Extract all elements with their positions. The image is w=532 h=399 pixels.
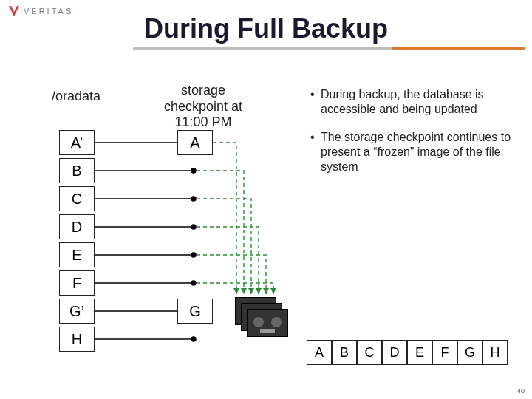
oradata-block: F [59, 270, 95, 296]
checkpoint-block-G: G [177, 299, 213, 324]
tape-icon [247, 309, 288, 337]
title-underline [133, 47, 525, 50]
sequence-cell: D [382, 340, 407, 365]
checkpoint-label: storage checkpoint at 11:00 PM [151, 83, 255, 131]
checkpoint-block-A: A [177, 130, 213, 155]
svg-point-13 [191, 337, 196, 341]
oradata-block: B [59, 158, 95, 183]
oradata-label: /oradata [52, 89, 100, 104]
sequence-cell: E [407, 340, 432, 365]
svg-marker-17 [256, 288, 262, 294]
slide-title: During Full Backup [0, 13, 532, 44]
bullet-list: During backup, the database is accessibl… [310, 87, 525, 188]
oradata-block: C [59, 186, 95, 211]
sequence-cell: F [432, 340, 457, 365]
svg-marker-15 [241, 288, 247, 294]
svg-point-4 [191, 197, 196, 201]
svg-marker-14 [233, 288, 239, 294]
oradata-block: H [59, 327, 95, 352]
sequence-row: ABCDEFGH [307, 340, 508, 365]
oradata-block: E [59, 242, 95, 267]
sequence-cell: B [332, 340, 357, 365]
svg-point-6 [191, 225, 196, 229]
oradata-block: A’ [59, 130, 95, 155]
oradata-block: D [59, 214, 95, 239]
sequence-cell: A [307, 340, 332, 365]
svg-point-2 [191, 168, 196, 173]
svg-marker-19 [270, 288, 276, 294]
bullet-item: During backup, the database is accessibl… [310, 87, 525, 117]
svg-marker-18 [263, 288, 269, 294]
oradata-block: G’ [59, 299, 95, 324]
sequence-cell: C [357, 340, 382, 365]
page-number: 40 [517, 387, 525, 395]
svg-point-8 [191, 253, 196, 257]
sequence-cell: H [482, 340, 508, 365]
bullet-item: The storage checkpoint continues to pres… [310, 130, 525, 174]
svg-point-10 [191, 281, 196, 285]
svg-marker-16 [248, 288, 254, 294]
sequence-cell: G [457, 340, 482, 365]
